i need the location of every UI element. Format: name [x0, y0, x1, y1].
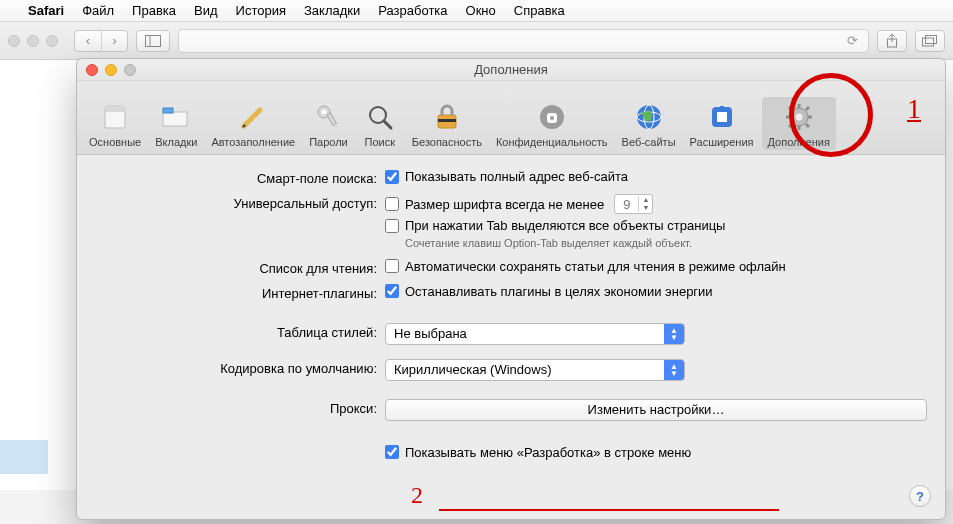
tab-websites[interactable]: Веб-сайты [616, 97, 682, 150]
preferences-window: Дополнения Основные Вкладки Автозаполнен… [76, 58, 946, 520]
tab-general[interactable]: Основные [83, 97, 147, 150]
window-title: Дополнения [474, 62, 548, 77]
close-window-button[interactable] [86, 64, 98, 76]
encoding-select[interactable]: Кириллическая (Windows) ▲▼ [385, 359, 685, 381]
svg-rect-14 [327, 113, 336, 125]
tab-passwords-label: Пароли [309, 136, 348, 148]
tab-extensions[interactable]: Расширения [684, 97, 760, 150]
min-font-size-checkbox[interactable]: Размер шрифта всегда не менее 9 ▲▼ [385, 194, 927, 214]
system-menubar: Safari Файл Правка Вид История Закладки … [0, 0, 953, 22]
gear-icon [783, 101, 815, 133]
tab-privacy[interactable]: Конфиденциальность [490, 97, 614, 150]
stylesheet-label: Таблица стилей: [95, 323, 385, 340]
show-full-url-checkbox[interactable]: Показывать полный адрес веб-сайта [385, 169, 927, 184]
tabs-icon [160, 101, 192, 133]
min-font-size-label: Размер шрифта всегда не менее [405, 197, 604, 212]
tab-highlights-checkbox[interactable]: При нажатии Tab выделяются все объекты с… [385, 218, 927, 233]
tabs-icon[interactable] [915, 30, 945, 52]
stop-plugins-checkbox[interactable]: Останавливать плагины в целях экономии э… [385, 284, 927, 299]
share-icon[interactable] [877, 30, 907, 52]
globe-icon [633, 101, 665, 133]
menu-file[interactable]: Файл [82, 3, 114, 18]
tab-highlights-note: Сочетание клавиш Option-Tab выделяет каж… [405, 237, 927, 251]
svg-line-10 [244, 110, 260, 126]
annotation-number-1: 1 [907, 93, 921, 125]
reading-list-label: Список для чтения: [95, 259, 385, 276]
reading-offline-label: Автоматически сохранять статьи для чтени… [405, 259, 786, 274]
reading-offline-checkbox[interactable]: Автоматически сохранять статьи для чтени… [385, 259, 927, 274]
menu-view[interactable]: Вид [194, 3, 218, 18]
help-button[interactable]: ? [909, 485, 931, 507]
menu-edit[interactable]: Правка [132, 3, 176, 18]
svg-line-37 [789, 124, 792, 127]
svg-rect-5 [926, 35, 937, 43]
menu-history[interactable]: История [236, 3, 286, 18]
menu-develop[interactable]: Разработка [378, 3, 447, 18]
encoding-label: Кодировка по умолчанию: [95, 359, 385, 376]
forward-icon: › [101, 31, 127, 51]
preferences-toolbar: Основные Вкладки Автозаполнение Пароли П [77, 81, 945, 155]
annotation-underline [439, 509, 779, 511]
autofill-icon [237, 101, 269, 133]
chevron-updown-icon: ▲▼ [664, 360, 684, 380]
accessibility-label: Универсальный доступ: [95, 194, 385, 211]
tab-highlights-label: При нажатии Tab выделяются все объекты с… [405, 218, 725, 233]
address-bar[interactable]: ⟳ [178, 29, 869, 53]
svg-line-35 [806, 124, 809, 127]
show-full-url-label: Показывать полный адрес веб-сайта [405, 169, 628, 184]
tab-autofill-label: Автозаполнение [211, 136, 295, 148]
svg-rect-7 [105, 106, 125, 112]
app-name[interactable]: Safari [28, 3, 64, 18]
svg-point-21 [550, 116, 554, 120]
privacy-icon [536, 101, 568, 133]
lock-icon [431, 101, 463, 133]
svg-line-16 [384, 121, 391, 128]
tab-websites-label: Веб-сайты [622, 136, 676, 148]
tab-advanced-label: Дополнения [768, 136, 830, 148]
svg-rect-0 [146, 35, 161, 46]
svg-rect-26 [717, 112, 727, 122]
tab-privacy-label: Конфиденциальность [496, 136, 608, 148]
back-icon: ‹ [75, 31, 101, 51]
minimize-window-button[interactable] [105, 64, 117, 76]
svg-rect-8 [163, 112, 187, 126]
svg-rect-9 [163, 108, 173, 113]
nav-back-forward[interactable]: ‹ › [74, 30, 128, 52]
tab-extensions-label: Расширения [690, 136, 754, 148]
tab-tabs-label: Вкладки [155, 136, 197, 148]
tab-search-label: Поиск [365, 136, 395, 148]
svg-point-29 [795, 114, 802, 121]
preferences-titlebar: Дополнения [77, 59, 945, 81]
zoom-window-button[interactable] [124, 64, 136, 76]
extensions-icon [706, 101, 738, 133]
tab-security[interactable]: Безопасность [406, 97, 488, 150]
stylesheet-select[interactable]: Не выбрана ▲▼ [385, 323, 685, 345]
show-develop-menu-checkbox[interactable]: Показывать меню «Разработка» в строке ме… [385, 445, 927, 460]
window-traffic-lights[interactable] [8, 35, 58, 47]
tab-passwords[interactable]: Пароли [303, 97, 354, 150]
tab-search[interactable]: Поиск [356, 97, 404, 150]
stop-plugins-label: Останавливать плагины в целях экономии э… [405, 284, 713, 299]
proxy-label: Прокси: [95, 399, 385, 416]
general-icon [99, 101, 131, 133]
svg-line-36 [806, 107, 809, 110]
encoding-value: Кириллическая (Windows) [394, 362, 552, 377]
tab-advanced[interactable]: Дополнения [762, 97, 836, 150]
change-proxy-button[interactable]: Изменить настройки… [385, 399, 927, 421]
tab-autofill[interactable]: Автозаполнение [205, 97, 301, 150]
reload-icon[interactable]: ⟳ [847, 33, 858, 48]
menu-help[interactable]: Справка [514, 3, 565, 18]
menu-window[interactable]: Окно [466, 3, 496, 18]
smart-search-label: Смарт-поле поиска: [95, 169, 385, 186]
annotation-number-2: 2 [411, 482, 423, 509]
tab-tabs[interactable]: Вкладки [149, 97, 203, 150]
sidebar-toggle-icon[interactable] [136, 30, 170, 52]
safari-toolbar: ‹ › ⟳ [0, 22, 953, 60]
min-font-size-stepper[interactable]: 9 ▲▼ [614, 194, 653, 214]
search-icon [364, 101, 396, 133]
svg-rect-27 [720, 106, 724, 112]
tab-general-label: Основные [89, 136, 141, 148]
menu-bookmarks[interactable]: Закладки [304, 3, 360, 18]
show-develop-menu-label: Показывать меню «Разработка» в строке ме… [405, 445, 691, 460]
svg-rect-4 [923, 38, 934, 46]
